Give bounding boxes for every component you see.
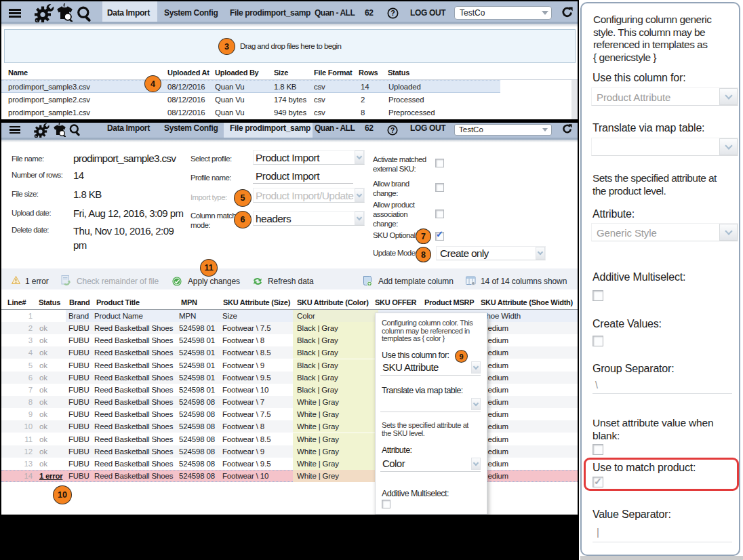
svg-text:?: ? [390,127,395,134]
svg-text:?: ? [390,9,395,17]
